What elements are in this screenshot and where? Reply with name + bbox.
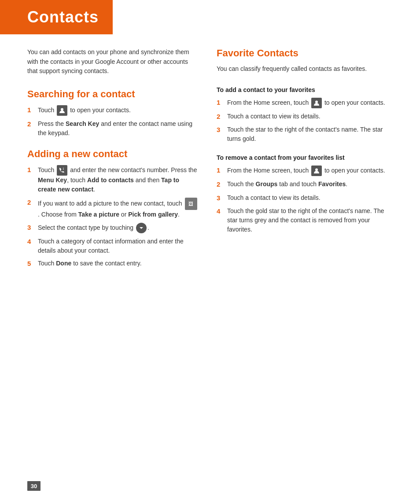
step-number: 3 (217, 193, 225, 203)
list-item: 4 Touch a category of contact informatio… (27, 237, 199, 255)
favorites-intro: You can classify frequently called conta… (217, 64, 393, 74)
list-item: 2 If you want to add a picture to the ne… (27, 198, 199, 219)
step-number: 2 (27, 198, 35, 208)
step-number: 1 (27, 105, 35, 115)
contacts-icon (311, 166, 322, 176)
adding-heading: Adding a new contact (27, 148, 199, 160)
title-bar: Contacts (0, 0, 113, 34)
step-content: Select the contact type by touching . (38, 223, 199, 233)
list-item: 3 Touch the star to the right of the con… (217, 125, 393, 143)
page-number: 30 (27, 481, 41, 491)
step-content: From the Home screen, touch to open your… (227, 98, 393, 108)
step-content: Touch the star to the right of the conta… (227, 125, 393, 143)
step-number: 3 (27, 223, 35, 233)
list-item: 1 From the Home screen, touch to open yo… (217, 98, 393, 108)
adding-section: Adding a new contact 1 Touch (27, 148, 199, 269)
step-content: Touch the Groups tab and touch Favorites… (227, 180, 393, 189)
remove-favorites-subheading: To remove a contact from your favorites … (217, 154, 393, 161)
adding-steps: 1 Touch and enter the new contact's numb… (27, 165, 199, 269)
list-item: 2 Press the Search Key and enter the con… (27, 119, 199, 138)
svg-point-1 (315, 100, 318, 103)
list-item: 5 Touch Done to save the contact entry. (27, 259, 199, 269)
contacts-icon (311, 98, 322, 108)
step-content: Touch and enter the new contact's number… (38, 165, 199, 194)
list-item: 1 Touch and enter the new contact's numb… (27, 165, 199, 194)
step-number: 5 (27, 259, 35, 269)
list-item: 3 Touch a contact to view its details. (217, 193, 393, 203)
page-title: Contacts (27, 8, 99, 26)
step-number: 2 (27, 119, 35, 129)
favorites-section: Favorite Contacts You can classify frequ… (217, 48, 393, 234)
step-content: Touch the gold star to the right of the … (227, 206, 393, 234)
content-area: You can add contacts on your phone and s… (0, 48, 420, 280)
remove-favorites-steps: 1 From the Home screen, touch to open yo… (217, 166, 393, 234)
step-content: Press the Search Key and enter the conta… (38, 119, 199, 138)
step-content: Touch a contact to view its details. (227, 193, 393, 202)
photo-icon: 🖼 (185, 198, 197, 210)
searching-steps: 1 Touch to open your contacts. (27, 105, 199, 138)
step-number: 2 (217, 180, 225, 190)
list-item: 3 Select the contact type by touching . (27, 223, 199, 233)
step-number: 4 (27, 237, 35, 247)
searching-heading: Searching for a contact (27, 88, 199, 100)
step-content: If you want to add a picture to the new … (38, 198, 199, 219)
list-item: 1 From the Home screen, touch to open yo… (217, 166, 393, 176)
phone-icon (57, 165, 67, 176)
intro-text: You can add contacts on your phone and s… (27, 48, 199, 76)
step-number: 1 (27, 165, 35, 175)
step-number: 2 (217, 112, 225, 122)
step-content: Touch to open your contacts. (38, 105, 199, 116)
step-content: Touch a category of contact information … (38, 237, 199, 255)
step-content: Touch Done to save the contact entry. (38, 259, 199, 268)
page: Contacts You can add contacts on your ph… (0, 0, 420, 504)
step-number: 1 (217, 166, 225, 176)
list-item: 4 Touch the gold star to the right of th… (217, 206, 393, 234)
add-favorites-subheading: To add a contact to your favorites (217, 86, 393, 93)
list-item: 2 Touch the Groups tab and touch Favorit… (217, 180, 393, 190)
step-number: 3 (217, 125, 225, 135)
contacts-icon (57, 105, 67, 116)
list-item: 2 Touch a contact to view its details. (217, 112, 393, 122)
right-column: Favorite Contacts You can classify frequ… (217, 48, 393, 280)
step-content: From the Home screen, touch to open your… (227, 166, 393, 176)
svg-point-0 (61, 108, 63, 111)
step-number: 4 (217, 206, 225, 217)
favorites-heading: Favorite Contacts (217, 48, 393, 59)
add-favorites-steps: 1 From the Home screen, touch to open yo… (217, 98, 393, 144)
left-column: You can add contacts on your phone and s… (27, 48, 199, 280)
dropdown-icon (136, 223, 147, 233)
list-item: 1 Touch to open your contacts. (27, 105, 199, 116)
step-content: Touch a contact to view its details. (227, 112, 393, 121)
step-number: 1 (217, 98, 225, 108)
svg-point-2 (315, 169, 318, 171)
searching-section: Searching for a contact 1 Touch (27, 88, 199, 138)
